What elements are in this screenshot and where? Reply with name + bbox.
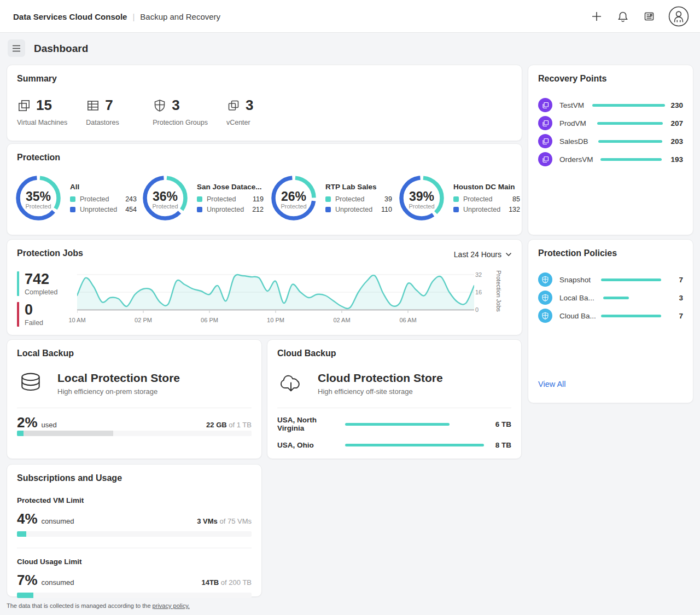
divider bbox=[17, 408, 252, 408]
protection-donut-chart: 26%Protected bbox=[271, 175, 317, 221]
recovery-point-row: ProdVM207 bbox=[538, 116, 683, 130]
protection-jobs-chart bbox=[77, 271, 474, 315]
time-range-dropdown[interactable]: Last 24 Hours bbox=[454, 250, 512, 259]
local-usage-bar-used bbox=[17, 431, 24, 436]
vcenter-icon bbox=[226, 98, 241, 113]
protected-swatch bbox=[197, 196, 202, 202]
summary-item: 7Datastores bbox=[86, 97, 134, 126]
subscription-section-title: Protected VM Limit bbox=[17, 496, 252, 504]
view-all-link[interactable]: View All bbox=[538, 380, 566, 388]
user-avatar[interactable] bbox=[668, 6, 689, 27]
legend-protected: Protected243 bbox=[70, 195, 137, 203]
svg-text:Protected: Protected bbox=[281, 203, 306, 210]
page-title: Dashboard bbox=[34, 43, 88, 55]
vm-copies-icon bbox=[538, 98, 552, 112]
consumed-label: consumed bbox=[42, 517, 74, 525]
summary-items: 15Virtual Machines7Datastores3Protection… bbox=[17, 97, 275, 126]
summary-value: 3 bbox=[246, 97, 253, 114]
chart-y-tick-label: 16 bbox=[475, 289, 488, 295]
svg-text:39%: 39% bbox=[409, 189, 434, 204]
row-bar bbox=[592, 104, 665, 107]
failed-jobs-stat: 0 Failed bbox=[17, 302, 43, 327]
legend-unprotected: Unprotected110 bbox=[325, 206, 392, 213]
local-backup-title: Local Backup bbox=[17, 349, 74, 358]
svg-text:26%: 26% bbox=[281, 189, 306, 204]
add-icon[interactable] bbox=[590, 9, 604, 24]
privacy-policy-link[interactable]: privacy policy. bbox=[153, 602, 190, 609]
chart-x-tick-label: 10 PM bbox=[267, 317, 284, 323]
chart-y-tick-label: 0 bbox=[475, 306, 488, 313]
row-name: Cloud Ba... bbox=[559, 312, 596, 320]
legend-protected: Protected85 bbox=[453, 195, 520, 203]
chart-x-tick-label: 02 PM bbox=[135, 317, 152, 323]
protection-donut-chart: 35%Protected bbox=[15, 175, 61, 221]
svg-text:Protected: Protected bbox=[152, 203, 178, 210]
region-bar bbox=[345, 444, 484, 446]
consumed-percent: 7% bbox=[17, 572, 38, 589]
svg-text:Protected: Protected bbox=[25, 203, 51, 210]
local-used-label: used bbox=[42, 421, 57, 429]
subscription-usage-bar bbox=[17, 593, 252, 598]
row-name: Snapshot bbox=[559, 276, 596, 284]
protection-group: 39%ProtectedHouston DC MainProtected85Un… bbox=[399, 175, 522, 230]
region-name: USA, Ohio bbox=[277, 441, 345, 449]
local-store-subtitle: High efficiency on-prem storage bbox=[57, 387, 180, 396]
row-bar bbox=[597, 122, 663, 125]
summary-item: 3Protection Groups bbox=[153, 97, 208, 126]
policy-shield-icon bbox=[538, 309, 552, 323]
subscription-section: Protected VM Limit4%consumed3 VMs of 75 … bbox=[17, 496, 252, 537]
completed-jobs-label: Completed bbox=[25, 288, 57, 296]
protection-policy-row: Snapshot7 bbox=[538, 272, 683, 287]
row-bar bbox=[601, 279, 661, 281]
protection-donut-chart: 36%Protected bbox=[142, 175, 188, 221]
legend-unprotected: Unprotected454 bbox=[70, 206, 137, 213]
virtual-machines-icon bbox=[17, 98, 31, 113]
legend-protected: Protected119 bbox=[197, 195, 264, 203]
chevron-down-icon bbox=[505, 252, 512, 257]
row-bar bbox=[603, 297, 660, 299]
summary-item: 3vCenter bbox=[226, 97, 275, 126]
protection-group: 35%ProtectedAllProtected243Unprotected45… bbox=[15, 175, 138, 230]
consumed-detail: 14TB of 200 TB bbox=[201, 578, 252, 587]
subscriptions-body: Protected VM Limit4%consumed3 VMs of 75 … bbox=[17, 496, 252, 598]
summary-label: Datastores bbox=[86, 119, 134, 126]
divider bbox=[17, 548, 252, 548]
notifications-icon[interactable] bbox=[616, 9, 630, 24]
unprotected-swatch bbox=[70, 207, 75, 212]
summary-title: Summary bbox=[17, 74, 57, 84]
region-value: 8 TB bbox=[493, 441, 511, 449]
local-used-percent: 2% bbox=[17, 414, 38, 431]
protected-swatch bbox=[325, 196, 331, 202]
cloud-store-subtitle: High efficiency off-site storage bbox=[318, 387, 443, 396]
row-value: 207 bbox=[668, 119, 683, 127]
cloud-store-title: Cloud Protection Store bbox=[318, 372, 443, 385]
recovery-points-title: Recovery Points bbox=[538, 74, 606, 84]
row-name: SalesDB bbox=[559, 137, 593, 146]
summary-value: 3 bbox=[172, 97, 179, 114]
subscription-section: Cloud Usage Limit7%consumed14TB of 200 T… bbox=[17, 558, 252, 598]
chart-x-tick-label: 10 AM bbox=[68, 317, 85, 323]
consumed-detail: 3 VMs of 75 VMs bbox=[197, 517, 252, 525]
cloud-region-row: USA, Ohio8 TB bbox=[277, 441, 511, 449]
row-name: Local Ba... bbox=[559, 294, 598, 302]
completed-jobs-value: 742 bbox=[25, 271, 57, 287]
row-bar bbox=[600, 158, 662, 161]
whats-new-icon[interactable] bbox=[642, 9, 656, 24]
protection-policies-card: Protection Policies Snapshot7Local Ba...… bbox=[528, 239, 693, 403]
failed-jobs-label: Failed bbox=[25, 319, 43, 327]
hamburger-menu-icon[interactable] bbox=[8, 39, 25, 57]
row-bar bbox=[598, 140, 662, 143]
cloud-backup-card: Cloud Backup Cloud Protection Store High… bbox=[267, 339, 522, 459]
protected-swatch bbox=[453, 196, 459, 202]
cloud-regions-list: USA, North Virginia6 TBUSA, Ohio8 TB bbox=[277, 416, 511, 458]
unprotected-swatch bbox=[453, 207, 459, 212]
protection-jobs-title: Protection Jobs bbox=[17, 248, 83, 258]
protection-group-name: All bbox=[70, 183, 137, 191]
divider bbox=[277, 408, 511, 408]
policy-shield-icon bbox=[538, 291, 552, 305]
svg-text:Protected: Protected bbox=[409, 203, 434, 210]
protection-donut-chart: 39%Protected bbox=[399, 175, 445, 221]
chart-x-tick-label: 02 AM bbox=[333, 317, 350, 323]
top-header: Data Services Cloud Console | Backup and… bbox=[0, 0, 700, 33]
protection-policies-list: Snapshot7Local Ba...3Cloud Ba...7 bbox=[538, 272, 683, 327]
